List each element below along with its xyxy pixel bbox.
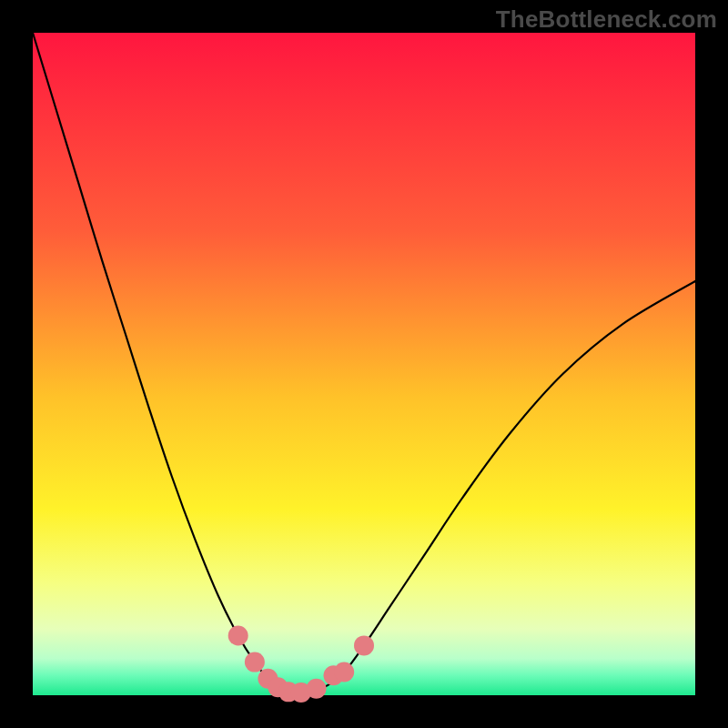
chart-plot-area	[33, 33, 695, 695]
bottleneck-curve	[33, 33, 695, 693]
watermark-text: TheBottleneck.com	[496, 5, 717, 34]
highlight-dot	[245, 652, 265, 672]
highlighted-dots	[228, 625, 374, 703]
highlight-dot	[307, 679, 327, 699]
highlight-dot	[228, 625, 248, 645]
highlight-dot	[334, 662, 354, 682]
chart-curve-layer	[33, 33, 695, 695]
highlight-dot	[354, 635, 374, 655]
